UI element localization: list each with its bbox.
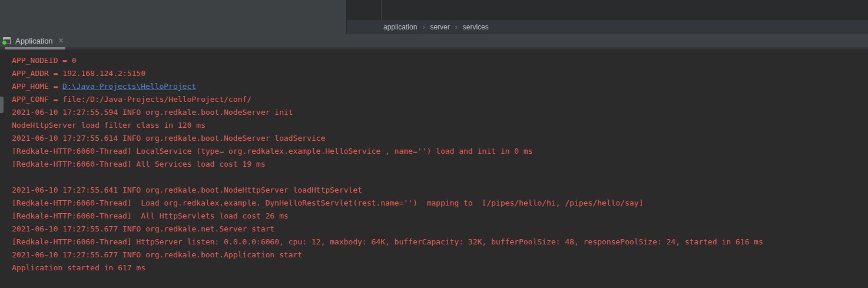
run-console-icon	[3, 37, 11, 44]
breadcrumb-item-services[interactable]: services	[463, 23, 489, 31]
console-line: APP_ADDR = 192.168.124.2:5150	[12, 67, 868, 80]
log-text: 2021-06-10 17:27:55.594 INFO org.redkale…	[12, 108, 293, 117]
chevron-right-icon: ›	[455, 23, 458, 31]
log-text: 2021-06-10 17:27:55.677 INFO org.redkale…	[12, 250, 302, 259]
console-line: 2021-06-10 17:27:55.614 INFO org.redkale…	[12, 132, 868, 145]
editor-tab-strip	[347, 0, 868, 20]
breadcrumb-item-server[interactable]: server	[430, 23, 449, 31]
breadcrumb-item-application[interactable]: application	[383, 23, 417, 31]
console-line: APP_CONF = file:/D:/Java-Projects/HelloP…	[12, 93, 868, 106]
console-line: [Redkale-HTTP:6060-Thread] All Services …	[12, 158, 868, 171]
console-line: NodeHttpServer load filter class in 120 …	[12, 119, 868, 132]
log-text: [Redkale-HTTP:6060-Thread] HttpServer li…	[12, 237, 763, 246]
close-icon[interactable]: ✕	[58, 37, 64, 44]
log-text: APP_NODEID = 0	[12, 56, 77, 65]
log-text: 2021-06-10 17:27:55.641 INFO org.redkale…	[12, 186, 362, 194]
log-text: 2021-06-10 17:27:55.677 INFO org.redkale…	[12, 224, 274, 233]
left-stripe-handle[interactable]	[0, 97, 4, 113]
editor-empty-panel	[0, 0, 347, 34]
console-line: 2021-06-10 17:27:55.677 INFO org.redkale…	[12, 223, 868, 236]
log-text: APP_ADDR = 192.168.124.2:5150	[12, 69, 145, 78]
console-tab-bar: Application ✕	[0, 34, 868, 49]
console-line: [Redkale-HTTP:6060-Thread] Load org.redk…	[12, 197, 868, 210]
console-line: [Redkale-HTTP:6060-Thread] LocalService …	[12, 145, 868, 158]
log-text: [Redkale-HTTP:6060-Thread] All Services …	[12, 160, 265, 168]
chevron-right-icon: ›	[422, 23, 425, 31]
breadcrumb: application › server › services	[347, 20, 868, 34]
console-line: 2021-06-10 17:27:55.641 INFO org.redkale…	[12, 184, 868, 197]
log-text: [Redkale-HTTP:6060-Thread] LocalService …	[12, 147, 532, 155]
tab-application[interactable]: Application ✕	[0, 34, 64, 47]
log-text: [Redkale-HTTP:6060-Thread] Load org.redk…	[12, 198, 643, 207]
log-text: APP_CONF = file:/D:/Java-Projects/HelloP…	[12, 95, 251, 104]
console-line: 2021-06-10 17:27:55.594 INFO org.redkale…	[12, 106, 868, 119]
console-line: [Redkale-HTTP:6060-Thread] HttpServer li…	[12, 236, 868, 249]
running-indicator-dot	[2, 40, 7, 45]
console-line-blank	[12, 171, 868, 184]
console-line: APP_NODEID = 0	[12, 54, 868, 67]
header-right-area: application › server › services	[347, 0, 868, 34]
panel-divider	[381, 0, 382, 20]
log-text: APP_HOME =	[12, 82, 62, 91]
console-line: Application started in 617 ms	[12, 261, 868, 274]
app-home-path-link[interactable]: D:\Java-Projects\HelloProject	[62, 82, 196, 91]
console-output[interactable]: APP_NODEID = 0 APP_ADDR = 192.168.124.2:…	[0, 49, 868, 288]
console-line: APP_HOME = D:\Java-Projects\HelloProject	[12, 80, 868, 93]
log-text: NodeHttpServer load filter class in 120 …	[12, 121, 206, 130]
log-text: Application started in 617 ms	[12, 263, 145, 272]
console-line: [Redkale-HTTP:6060-Thread] All HttpServl…	[12, 210, 868, 223]
log-text: 2021-06-10 17:27:55.614 INFO org.redkale…	[12, 134, 325, 143]
console-line: 2021-06-10 17:27:55.677 INFO org.redkale…	[12, 249, 868, 261]
tab-application-label: Application	[15, 37, 53, 45]
log-text: [Redkale-HTTP:6060-Thread] All HttpServl…	[12, 211, 289, 220]
